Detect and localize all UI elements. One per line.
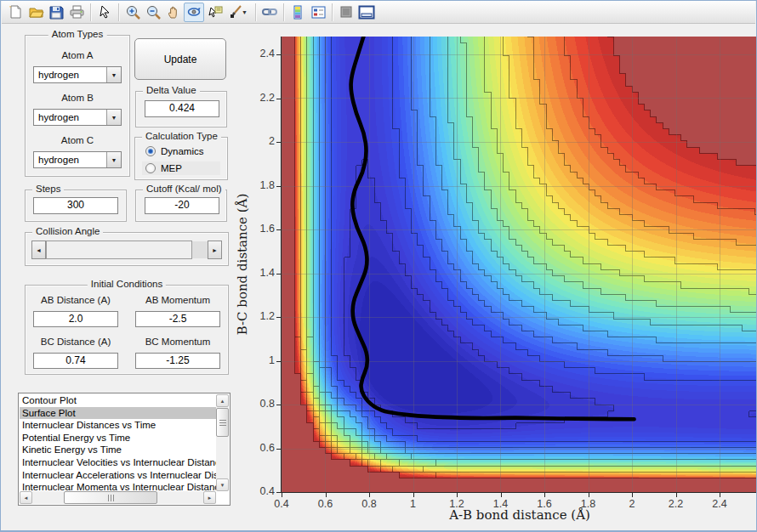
print-figure-button[interactable] [66, 3, 87, 22]
list-item[interactable]: Internuclear Distances vs Time [20, 419, 216, 432]
y-tick-mark [276, 492, 281, 493]
atom-b-dropdown[interactable]: hydrogen ▼ [33, 109, 122, 126]
x-tick-mark [282, 493, 282, 497]
zoom-out-icon [145, 4, 162, 20]
scroll-up-arrow[interactable]: ▲ [216, 394, 229, 407]
atom-c-label: Atom C [25, 135, 130, 145]
new-figure-button[interactable] [5, 3, 26, 22]
slider-thumb[interactable] [46, 241, 192, 259]
vertical-scroll-thumb[interactable] [216, 408, 229, 437]
link-plot-button[interactable] [259, 3, 280, 22]
data-cursor-button[interactable] [204, 3, 225, 22]
list-item[interactable]: Potential Energy vs Time [20, 432, 216, 444]
y-tick-mark [276, 317, 281, 318]
slider-left-arrow[interactable]: ◄ [31, 241, 46, 259]
radio-mep[interactable]: MEP [142, 161, 220, 175]
ab-distance-field[interactable]: 2.0 [33, 311, 118, 327]
potential-energy-surface-plot[interactable] [282, 37, 757, 492]
toolbar-separator [118, 3, 119, 21]
rotate-3d-icon [186, 4, 202, 20]
x-tick-label: 0.4 [274, 498, 288, 510]
toolbar-separator [332, 3, 333, 21]
list-item[interactable]: Internuclear Velocities vs Internuclear … [20, 456, 216, 469]
list-item[interactable]: Internuclear Accelerations vs Internucle… [20, 469, 216, 482]
collision-angle-slider[interactable]: ◄ ► [31, 241, 222, 259]
x-tick-label: 0.6 [318, 498, 333, 510]
toolbar-separator [255, 3, 256, 21]
figure-toolbar: ▼ [2, 1, 755, 24]
bc-distance-field[interactable]: 0.74 [33, 353, 118, 369]
scroll-left-arrow[interactable]: ◄ [20, 491, 32, 504]
delta-value-field[interactable]: 0.424 [145, 100, 219, 117]
zoom-in-button[interactable] [122, 3, 143, 22]
new-document-icon [8, 4, 23, 20]
atom-b-value: hydrogen [34, 110, 106, 125]
zoom-in-icon [125, 4, 141, 20]
legend-icon [310, 5, 327, 20]
y-tick-mark [276, 405, 281, 405]
atom-a-value: hydrogen [34, 67, 106, 82]
y-tick-label: 2.2 [246, 92, 275, 104]
pan-hand-icon [166, 4, 181, 20]
list-item[interactable]: Internuclear Momenta vs Internuclear Dis… [20, 481, 216, 491]
horizontal-scrollbar[interactable]: ◄ ► [20, 491, 216, 504]
scroll-right-arrow[interactable]: ► [203, 491, 216, 504]
hide-plot-tools-button[interactable] [336, 3, 356, 22]
x-tick-mark [589, 493, 589, 497]
list-item[interactable]: Contour Plot [20, 394, 216, 407]
delta-value-title: Delta Value [143, 85, 200, 95]
y-tick-mark [276, 99, 281, 99]
brush-dropdown-arrow-icon[interactable]: ▼ [242, 9, 248, 15]
open-file-button[interactable] [26, 3, 46, 22]
link-chain-icon [261, 4, 278, 20]
y-tick-mark [276, 274, 281, 274]
y-tick-label: 1.6 [246, 223, 275, 235]
insert-legend-button[interactable] [308, 3, 328, 22]
save-figure-button[interactable] [46, 3, 66, 22]
y-tick-label: 1.2 [246, 310, 275, 322]
zoom-out-button[interactable] [143, 3, 163, 22]
y-tick-mark [276, 361, 281, 362]
x-tick-mark [457, 493, 458, 497]
show-plot-tools-button[interactable] [356, 3, 377, 22]
bc-momentum-field[interactable]: -1.25 [135, 353, 220, 369]
pointer-tool-button[interactable] [94, 3, 115, 22]
list-item[interactable]: Surface Plot [20, 407, 216, 420]
steps-field[interactable]: 300 [33, 197, 118, 214]
dropdown-arrow-icon[interactable]: ▼ [106, 67, 121, 82]
slider-right-arrow[interactable]: ► [208, 241, 222, 259]
list-item[interactable]: Kinetic Energy vs Time [20, 444, 216, 456]
open-folder-icon [28, 4, 44, 20]
atom-a-label: Atom A [25, 50, 130, 60]
plot-type-listbox[interactable]: Contour PlotSurface PlotInternuclear Dis… [18, 393, 231, 506]
cutoff-field[interactable]: -20 [145, 197, 219, 214]
radio-dynamics[interactable]: Dynamics [142, 144, 220, 158]
slider-track[interactable] [192, 241, 208, 258]
colorbar-icon [291, 4, 305, 20]
vertical-scrollbar[interactable]: ▲ ▼ [216, 394, 229, 491]
dropdown-arrow-icon[interactable]: ▼ [106, 152, 121, 167]
y-tick-label: 1 [246, 354, 275, 366]
x-tick-mark [413, 493, 414, 497]
x-axis-label: A-B bond distance (Å) [449, 507, 590, 523]
y-tick-label: 1.4 [246, 267, 275, 279]
pointer-icon [98, 4, 111, 20]
pan-tool-button[interactable] [163, 3, 184, 22]
rotate-3d-button[interactable] [184, 3, 204, 22]
x-tick-label: 1 [410, 498, 416, 510]
scroll-down-arrow[interactable]: ▼ [216, 478, 229, 491]
insert-colorbar-button[interactable] [287, 3, 308, 22]
atom-a-dropdown[interactable]: hydrogen ▼ [33, 66, 122, 83]
y-tick-label: 2 [246, 135, 275, 147]
dropdown-arrow-icon[interactable]: ▼ [106, 110, 121, 125]
x-tick-label: 2 [629, 498, 635, 510]
brush-data-button[interactable]: ▼ [225, 3, 252, 22]
horizontal-scroll-thumb[interactable] [64, 491, 157, 504]
ab-momentum-field[interactable]: -2.5 [135, 311, 220, 327]
radio-icon[interactable] [145, 146, 156, 156]
radio-icon[interactable] [145, 163, 156, 173]
x-axis-line [281, 492, 757, 493]
update-button[interactable]: Update [134, 38, 226, 80]
steps-title: Steps [32, 184, 64, 194]
atom-c-dropdown[interactable]: hydrogen ▼ [33, 151, 122, 168]
